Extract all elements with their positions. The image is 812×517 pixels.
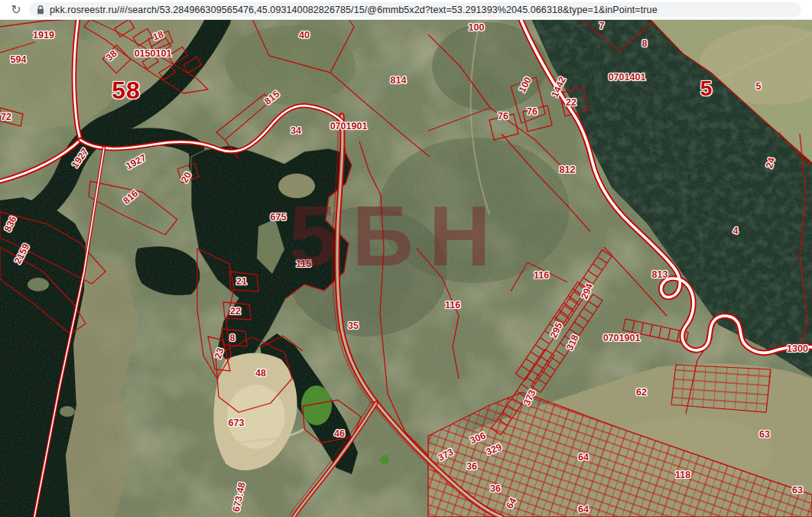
parcel-label[interactable]: 675 (271, 213, 287, 223)
parcel-label[interactable]: 115 (296, 259, 311, 269)
parcel-label[interactable]: 673:48 (232, 482, 247, 513)
parcel-label[interactable]: 23 (213, 346, 226, 359)
parcel-label[interactable]: 35 (348, 321, 359, 331)
parcel-label[interactable]: 1442 (550, 76, 567, 99)
map-labels: 1919594180150101385872408148153407019011… (0, 19, 812, 517)
parcel-label[interactable]: 46 (334, 429, 345, 439)
parcel-label[interactable]: 76 (527, 107, 538, 117)
parcel-label[interactable]: 5 (756, 82, 762, 92)
parcel-label[interactable]: 306 (469, 431, 487, 445)
parcel-label[interactable]: 64 (578, 505, 589, 515)
parcel-label[interactable]: 118 (675, 470, 690, 480)
parcel-label[interactable]: 63 (792, 486, 803, 496)
parcel-label[interactable]: 0150101 (135, 49, 172, 59)
parcel-label[interactable]: 64 (578, 453, 589, 463)
map-viewport[interactable]: 1919594180150101385872408148153407019011… (0, 19, 812, 517)
parcel-label[interactable]: 594 (11, 55, 27, 65)
parcel-label[interactable]: 373 (437, 447, 455, 463)
url-text: pkk.rosreestr.ru/#/search/53.28496630956… (50, 5, 658, 15)
parcel-label[interactable]: 0701901 (603, 333, 641, 343)
parcel-label[interactable]: 373 (522, 389, 538, 407)
parcel-label[interactable]: 40 (299, 31, 310, 41)
parcel-label[interactable]: 21 (236, 277, 247, 287)
parcel-label[interactable]: 64 (505, 496, 518, 510)
parcel-label[interactable]: 1927 (125, 153, 148, 171)
parcel-label[interactable]: 0701401 (609, 73, 646, 83)
parcel-label[interactable]: 5 (700, 78, 713, 99)
parcel-label[interactable]: 1919 (33, 31, 54, 41)
parcel-label[interactable]: 8 (230, 333, 235, 343)
parcel-label[interactable]: 22 (566, 98, 577, 108)
parcel-label[interactable]: 1300 (787, 344, 808, 354)
parcel-label[interactable]: 673 (229, 418, 245, 428)
parcel-label[interactable]: 8 (642, 39, 648, 49)
reload-icon[interactable]: ↻ (6, 0, 26, 19)
parcel-label[interactable]: 76 (498, 112, 508, 122)
parcel-label[interactable]: 24 (765, 156, 777, 169)
parcel-label[interactable]: 100 (518, 76, 534, 94)
parcel-label[interactable]: 58 (112, 78, 141, 102)
parcel-label[interactable]: 22 (230, 307, 241, 317)
parcel-label[interactable]: 116 (534, 271, 549, 281)
parcel-label[interactable]: 329 (485, 442, 503, 457)
parcel-label[interactable]: 7 (599, 21, 605, 31)
parcel-label[interactable]: 816 (122, 189, 140, 206)
parcel-label[interactable]: 295 (549, 321, 564, 340)
browser-address-bar: ↻ pkk.rosreestr.ru/#/search/53.284966309… (0, 0, 812, 20)
address-input[interactable]: pkk.rosreestr.ru/#/search/53.28496630956… (29, 2, 801, 17)
parcel-label[interactable]: 294 (580, 282, 594, 301)
parcel-label[interactable]: 20 (180, 171, 193, 184)
parcel-label[interactable]: 815 (263, 89, 281, 107)
parcel-label[interactable]: 62 (636, 388, 647, 398)
parcel-label[interactable]: 1927 (70, 147, 90, 170)
parcel-label[interactable]: 100 (469, 23, 485, 33)
parcel-label[interactable]: 318 (565, 333, 580, 352)
parcel-label[interactable]: 38 (105, 49, 119, 63)
parcel-label[interactable]: 814 (391, 76, 407, 86)
parcel-label[interactable]: 813 (652, 270, 668, 280)
parcel-label[interactable]: 48 (255, 369, 266, 379)
parcel-label[interactable]: 116 (445, 301, 460, 311)
parcel-label[interactable]: 836 (3, 215, 18, 233)
lock-icon[interactable] (37, 5, 44, 15)
parcel-label[interactable]: 2159 (13, 242, 31, 265)
parcel-label[interactable]: 4 (733, 226, 739, 236)
parcel-label[interactable]: 812 (560, 165, 576, 175)
parcel-label[interactable]: 34 (291, 126, 301, 136)
parcel-label[interactable]: 36 (490, 484, 501, 494)
parcel-label[interactable]: 18 (151, 30, 164, 43)
parcel-label[interactable]: 63 (759, 430, 770, 440)
parcel-label[interactable]: 36 (466, 462, 477, 472)
parcel-label[interactable]: 0701901 (330, 122, 368, 132)
parcel-label[interactable]: 72 (1, 112, 11, 122)
